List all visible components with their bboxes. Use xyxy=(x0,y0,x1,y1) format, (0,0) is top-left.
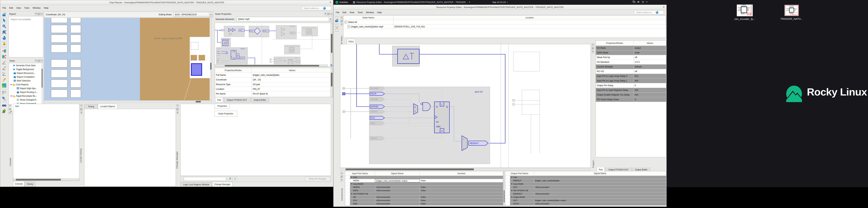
io-cell-schematic-canvas[interactable]: OUT FF IALOAD SCLR SLOAD DATAIN SDATA CL… xyxy=(340,44,591,168)
close-panel-icon[interactable] xyxy=(340,16,343,19)
task-item[interactable]: Report Compilation xyxy=(10,75,43,79)
generate-path-tool-icon[interactable] xyxy=(2,60,6,65)
select-all-row[interactable]: ✓Select All xyxy=(343,20,666,25)
connectivity-vertical-label[interactable]: Connectivity xyxy=(341,188,343,201)
fan-in-tool-icon[interactable] xyxy=(2,49,6,53)
pin-icon[interactable] xyxy=(592,50,594,53)
port-row[interactable]: NDATA<Disconnected>False xyxy=(345,186,503,189)
tab-change-manager[interactable]: Change Manager xyxy=(212,182,232,187)
preview-zoom-icon[interactable]: ± xyxy=(330,64,333,67)
editing-mode-dropdown[interactable]: ECO - EP4CE6E22C8 xyxy=(174,12,213,17)
menu-file[interactable]: File xyxy=(1,6,8,10)
revert-change-button[interactable] xyxy=(233,177,237,181)
table-vertical-scrollbar[interactable] xyxy=(330,68,333,97)
menu-view[interactable]: View xyxy=(348,10,356,14)
task-folder[interactable]: Rapid Recompile Re... xyxy=(10,94,43,98)
menu-window[interactable]: Window xyxy=(31,6,42,10)
add-path-tool-icon[interactable] xyxy=(2,72,6,76)
close-window-button[interactable]: ✕ xyxy=(663,5,665,8)
task-item[interactable]: Report Routing U... xyxy=(10,90,43,94)
search-box[interactable] xyxy=(634,10,664,14)
menu-edit[interactable]: Edit xyxy=(341,10,348,14)
float-panel-icon[interactable] xyxy=(38,60,40,62)
close-panel-icon[interactable] xyxy=(9,104,11,107)
expanded-caret-icon[interactable] xyxy=(511,177,513,178)
locate-history-vertical-label[interactable]: Locate History xyxy=(80,148,82,163)
group-row[interactable]: Pad xyxy=(345,176,503,179)
find-tool-icon[interactable] xyxy=(2,103,7,107)
menu-view[interactable]: View xyxy=(14,6,23,10)
float-panel-icon[interactable] xyxy=(592,47,594,49)
node-selection-table[interactable]: Node Name Location ✓Select All ✓|trigger… xyxy=(343,15,666,38)
tab-properties[interactable]: Properties xyxy=(215,103,230,109)
connectivity-output-table[interactable]: Output Port Name Signal Name Pad PADOUT|… xyxy=(505,171,666,206)
tab-output-ff-ddio-out[interactable]: Output FF/DDIO OUT xyxy=(224,98,250,102)
close-window-button[interactable]: ✕ xyxy=(329,1,332,4)
selection-tool-icon[interactable] xyxy=(2,18,7,23)
menu-help[interactable]: Help xyxy=(42,6,50,10)
menu-window[interactable]: Window xyxy=(364,10,375,14)
pad-cell[interactable] xyxy=(198,55,205,61)
pad-cell[interactable] xyxy=(191,42,198,50)
group-row[interactable]: Pad xyxy=(505,176,666,179)
selected-pad-cell[interactable] xyxy=(191,63,202,76)
checkbox-checked-icon[interactable]: ✓ xyxy=(347,25,350,28)
tasks-vertical-scrollbar[interactable] xyxy=(41,63,43,110)
node-schematic-preview[interactable]: IN OUT Output Pin Delay PADIN PADOUT xyxy=(215,23,333,67)
close-panel-icon[interactable] xyxy=(330,13,333,15)
expanded-caret-icon[interactable] xyxy=(351,183,352,184)
properties-vertical-label[interactable]: Propert... xyxy=(592,159,595,168)
activities-button[interactable]: Activities xyxy=(339,1,348,3)
close-panel-icon[interactable] xyxy=(41,13,43,15)
menu-edit[interactable]: Edit xyxy=(8,6,14,10)
tab-timing[interactable]: Timing xyxy=(84,104,98,109)
highlight-tool-icon[interactable] xyxy=(2,77,6,82)
group-row[interactable]: Input Buffer xyxy=(505,182,666,186)
pin-icon[interactable] xyxy=(324,13,327,15)
expanded-caret-icon[interactable] xyxy=(351,194,352,194)
node-properties-table[interactable]: Properties/Modes Values Full Name|trigge… xyxy=(215,68,333,97)
desktop-icon-trigger-nato[interactable]: TRIGGER_NATO... xyxy=(780,5,803,20)
main-window-icon[interactable] xyxy=(2,12,6,17)
time-borrow-tool-icon[interactable] xyxy=(2,91,6,95)
close-panel-icon[interactable] xyxy=(41,60,43,62)
report-content[interactable]: Report not available xyxy=(8,16,43,57)
task-item[interactable]: Show Changed P... xyxy=(10,98,43,102)
float-panel-icon[interactable] xyxy=(176,108,179,110)
locate-node-tool-icon[interactable] xyxy=(2,96,6,101)
expanded-caret-icon[interactable] xyxy=(351,177,352,178)
task-item[interactable]: Mark Selection xyxy=(10,79,43,83)
task-item[interactable]: Report High-Spe... xyxy=(10,86,43,90)
port-row[interactable]: DATA<Disconnected>False xyxy=(345,189,503,192)
port-row[interactable]: OUTN<Disconnected> xyxy=(505,202,666,205)
close-panel-icon[interactable] xyxy=(340,172,343,175)
menu-file[interactable]: File xyxy=(334,10,341,14)
float-panel-icon[interactable] xyxy=(340,20,343,22)
close-panel-icon[interactable] xyxy=(176,104,179,107)
clock-button[interactable]: Sep 14 21:22 xyxy=(492,1,507,3)
expanded-caret-icon[interactable] xyxy=(10,84,12,85)
port-row[interactable]: OUT|trigger_nato_master|Qdata~output xyxy=(505,199,666,202)
tab-console[interactable]: Console xyxy=(13,181,25,187)
group-row[interactable]: OE FF/DDIO OE xyxy=(345,192,503,196)
zoom-tool-icon[interactable]: ± xyxy=(2,24,6,29)
menu-tools[interactable]: Tools xyxy=(23,6,31,10)
show-all-changes-button[interactable]: Show All Changes xyxy=(305,177,330,181)
expanded-caret-icon[interactable] xyxy=(511,197,513,198)
task-item[interactable]: Toggle Background xyxy=(10,67,43,71)
change-filter-input[interactable] xyxy=(184,177,226,181)
tab-node-properties[interactable]: Node Properties xyxy=(214,111,237,117)
float-panel-icon[interactable] xyxy=(80,108,83,110)
remove-path-tool-icon[interactable] xyxy=(2,66,6,70)
main-window-icon[interactable] xyxy=(335,19,339,23)
located-objects-panel[interactable] xyxy=(84,109,176,186)
change-manager-vertical-label[interactable]: Change Manager xyxy=(176,151,178,169)
group-row[interactable]: Input Buffer xyxy=(345,182,503,186)
pad-cell[interactable] xyxy=(191,55,197,61)
console-horizontal-scrollbar[interactable] xyxy=(13,178,79,181)
port-row[interactable]: ENA<Disconnected>False xyxy=(345,202,503,205)
schematic-horizontal-scrollbar[interactable] xyxy=(340,168,591,171)
float-panel-icon[interactable] xyxy=(9,108,11,110)
menu-tools[interactable]: Tools xyxy=(356,10,364,14)
float-panel-icon[interactable] xyxy=(340,175,343,178)
